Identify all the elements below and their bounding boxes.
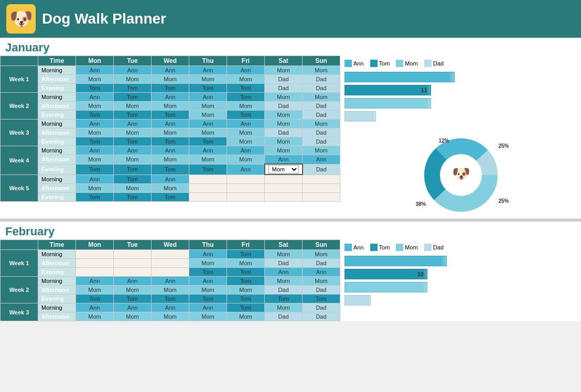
schedule-cell: Dad [303,84,340,93]
schedule-cell: Ann [189,66,227,75]
schedule-cell: Mom [76,102,114,111]
schedule-cell: Mom [265,93,303,102]
time-cell: Morning [38,303,76,312]
schedule-cell: Tom [227,111,265,119]
schedule-cell: Ann [303,155,340,165]
feb-bar-tom: 10 [345,268,577,280]
schedule-cell: Mom [114,128,152,137]
table-row: EveningTomTomTomTomTomDadDad [1,84,340,93]
col-fri: Fri [227,56,265,66]
col-wed: Wed [152,56,189,66]
schedule-cell: Mom [303,119,340,128]
col-sun: Sun [303,56,340,66]
legend-tom: Tom [370,60,390,67]
week-cell: Week 1 [1,250,38,277]
time-cell: Morning [38,66,76,75]
schedule-cell: Mom [265,146,303,155]
schedule-cell: Dad [303,102,340,111]
schedule-cell: Mom [227,312,265,321]
donut-label-12: 12% [439,138,449,144]
col-tue: Tue [114,56,152,66]
time-cell: Evening [38,192,76,201]
schedule-cell: Mom [189,111,227,119]
app-title: Dog Walk Planner [42,10,166,27]
week-cell: Week 5 [1,175,38,201]
february-legend: Ann Tom Mom Dad [345,244,577,251]
schedule-cell: Tom [227,268,265,277]
feb-legend-tom-box [370,244,378,251]
schedule-cell: Mom [303,146,340,155]
col-thu: Thu [189,240,227,250]
schedule-cell: Mom [114,102,152,111]
col-time: Time [38,240,76,250]
schedule-cell: Tom [76,111,114,119]
schedule-cell: Ann [189,93,227,102]
january-header-row: Time Mon Tue Wed Thu Fri Sat Sun [1,56,340,66]
col-sat: Sat [265,240,303,250]
feb-bar-dad [345,295,577,306]
january-content: Time Mon Tue Wed Thu Fri Sat Sun Week 1M… [0,56,581,219]
schedule-cell: Ann [227,66,265,75]
table-row: EveningTomTomTomTomTomTomTom [1,295,340,303]
time-cell: Morning [38,175,76,183]
schedule-cell: Mom [76,183,114,192]
schedule-cell [114,250,152,259]
week-cell: Week 2 [1,93,38,119]
schedule-cell: Tom [227,93,265,102]
schedule-cell [227,192,265,201]
schedule-cell: Mom [76,128,114,137]
feb-legend-tom: Tom [370,244,390,251]
schedule-cell: Ann [189,277,227,286]
schedule-cell: Mom [114,75,152,84]
schedule-cell: Mom [303,93,340,102]
schedule-cell: Mom [76,155,114,165]
schedule-cell: Mom [152,286,189,295]
donut-label-38: 38% [416,201,426,207]
schedule-cell: Mom [189,155,227,165]
schedule-cell: Ann [152,119,189,128]
schedule-cell: Mom [227,128,265,137]
legend-ann-label: Ann [353,60,364,67]
time-cell: Morning [38,119,76,128]
schedule-cell: Tom [76,84,114,93]
schedule-cell: Mom [114,312,152,321]
table-row: Week 2MorningAnnTomAnnAnnTomMomMom [1,93,340,102]
feb-legend-mom-label: Mom [405,244,417,251]
schedule-cell: Mom [189,75,227,84]
app-logo: 🐶 [6,4,36,34]
february-table: Time Mon Tue Wed Thu Fri Sat Sun Week 1M… [0,239,340,321]
february-table-wrapper: Time Mon Tue Wed Thu Fri Sat Sun Week 1M… [0,239,340,321]
schedule-cell: Mom [152,155,189,165]
feb-legend-ann-box [345,244,352,251]
schedule-cell: Mom [189,259,227,268]
schedule-cell: Ann [189,250,227,259]
schedule-cell: Ann [76,119,114,128]
bar-mom [345,97,577,109]
walker-select[interactable]: AnnTomMomDad [268,165,299,173]
col-mon: Mon [76,240,114,250]
week-cell: Week 1 [1,66,38,93]
table-row: AfternoonMomMomMom [1,183,340,192]
schedule-cell: Ann [227,164,265,175]
schedule-cell: Ann [152,303,189,312]
legend-ann-box [345,60,352,67]
time-cell: Afternoon [38,312,76,321]
legend-tom-box [370,60,378,67]
week-cell: Week 3 [1,119,38,146]
schedule-cell: Tom [76,137,114,146]
time-cell: Evening [38,295,76,303]
schedule-cell: Mom [114,155,152,165]
time-cell: Morning [38,93,76,102]
schedule-cell[interactable]: AnnTomMomDad [265,164,303,175]
time-cell: Morning [38,250,76,259]
table-row: Week 2MorningAnnAnnAnnAnnTomMomMom [1,277,340,286]
schedule-cell: Tom [114,111,152,119]
schedule-cell: Ann [114,66,152,75]
schedule-cell: Dad [303,75,340,84]
schedule-cell: Mom [152,128,189,137]
schedule-cell [76,259,114,268]
january-donut-chart: 🐶 12% 25% 25% 38% [408,130,513,214]
schedule-cell: Ann [76,146,114,155]
app-header: 🐶 Dog Walk Planner [0,0,581,38]
col-time: Time [38,56,76,66]
